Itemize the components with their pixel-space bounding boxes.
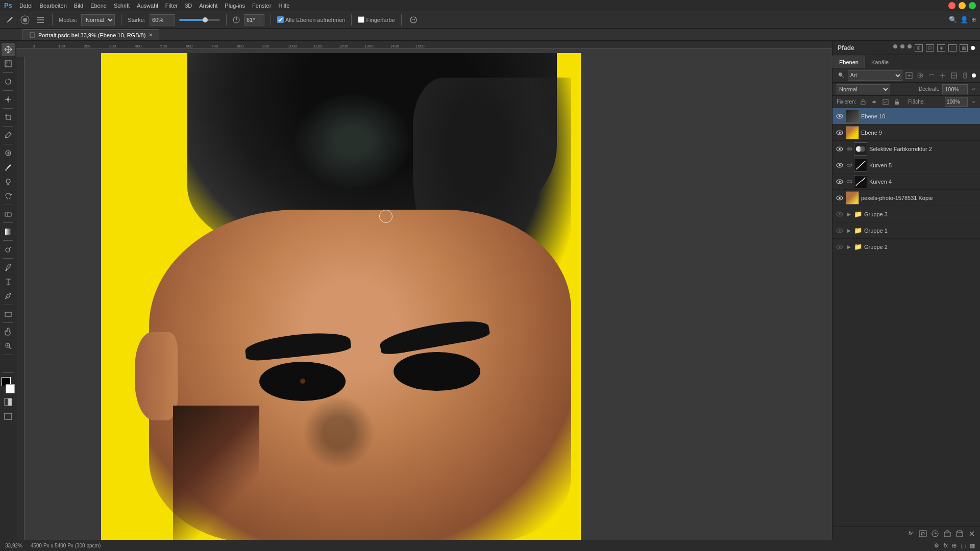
lock-pixels-icon[interactable] [859,98,867,106]
background-color[interactable] [6,384,15,393]
lock-all-icon[interactable] [893,98,901,106]
layer-item-gruppe-3[interactable]: ▶ 📁 Gruppe 3 [832,206,980,222]
fx-button[interactable]: fx [905,529,916,539]
layer-item-selektive-farbkorrektur-2[interactable]: Selektive Farbkorrektur 2 [832,141,980,157]
zoom-tool[interactable] [2,339,15,353]
gruppe-1-chevron[interactable]: ▶ [846,228,852,234]
path-icon-6[interactable]: ◈ [937,44,945,52]
text-tool[interactable] [2,275,15,288]
document-tab[interactable]: Portrait.psdc bei 33,9% (Ebene 10, RGB/8… [22,29,159,40]
add-mask-button[interactable] [918,529,928,539]
opacity-chevron[interactable] [971,87,976,92]
lasso-tool[interactable] [2,75,15,88]
layer-vis-g2[interactable] [836,243,844,251]
menu-filter[interactable]: Filter [165,3,178,9]
path-icon-8[interactable]: ▦ [960,44,968,52]
layer-item-gruppe-2[interactable]: ▶ 📁 Gruppe 2 [832,239,980,255]
menu-datei[interactable]: Datei [19,3,33,9]
lt-icon-3[interactable] [927,71,936,80]
group-button[interactable] [942,529,952,539]
user-icon[interactable]: 👤 [960,16,968,23]
lt-icon-2[interactable] [916,71,925,80]
window-minimize-btn[interactable] [959,2,966,9]
modus-select[interactable]: Normal [81,14,115,26]
menu-ebene[interactable]: Ebene [90,3,107,9]
clone-stamp-tool[interactable] [2,175,15,188]
smudge-settings-icon[interactable] [408,14,419,26]
status-icon-1[interactable]: ⚙ [934,542,939,549]
path-icon-4[interactable]: ⊞ [915,44,923,52]
brush-size-preview[interactable] [19,14,31,26]
layer-vis-g1[interactable] [836,227,844,235]
fingerfarbe-checkbox[interactable] [358,16,364,23]
color-picker[interactable] [2,377,15,393]
adjustment-button[interactable] [930,529,940,539]
status-icon-2[interactable]: fx [943,542,948,549]
alle-ebenen-label[interactable]: Alle Ebenen aufnehmen [277,16,345,23]
lock-position-icon[interactable] [870,98,878,106]
menu-3d[interactable]: 3D [185,3,192,9]
hand-tool[interactable] [2,325,15,338]
gradient-tool[interactable] [2,225,15,238]
kanaele-tab[interactable]: Kanäle [865,56,895,68]
layer-vis-k5[interactable] [836,161,844,169]
move-tool[interactable] [2,43,15,56]
layer-item-kurven-5[interactable]: Kurven 5 [832,157,980,173]
canvas-document[interactable] [101,53,581,540]
pen-tool[interactable] [2,261,15,274]
new-layer-button[interactable] [954,529,965,539]
layer-list[interactable]: Ebene 10 Ebene 9 [832,108,980,527]
arrange-icon[interactable]: ⊞ [971,16,976,23]
opacity-input[interactable] [942,84,968,94]
menu-ansicht[interactable]: Ansicht [199,3,217,9]
fill-input[interactable] [945,97,968,107]
eraser-tool[interactable] [2,207,15,220]
menu-bearbeiten[interactable]: Bearbeiten [40,3,67,9]
lt-icon-5[interactable] [949,71,959,80]
eyedropper-tool[interactable] [2,129,15,142]
menu-bild[interactable]: Bild [74,3,83,9]
menu-plugins[interactable]: Plug-ins [225,3,245,9]
layer-item-gruppe-1[interactable]: ▶ 📁 Gruppe 1 [832,222,980,239]
canvas-viewport[interactable] [24,49,832,540]
layer-item-ebene-10[interactable]: Ebene 10 [832,108,980,124]
lt-icon-4[interactable] [938,71,947,80]
quick-mask-toggle[interactable] [2,395,15,409]
brush-tool[interactable] [2,161,15,174]
healing-brush-tool[interactable] [2,146,15,160]
magic-wand-tool[interactable] [2,93,15,106]
blend-mode-select[interactable]: Normal [837,84,890,94]
extra-tools[interactable]: ··· [2,357,15,370]
path-icon-2[interactable] [900,44,904,48]
layer-vis-g3[interactable] [836,210,844,218]
ebenen-tab[interactable]: Ebenen [832,56,865,68]
lt-icon-1[interactable] [904,71,914,80]
alle-ebenen-checkbox[interactable] [277,16,284,23]
screen-mode-btn[interactable] [2,410,15,423]
layer-item-pexels[interactable]: pexels-photo-1578531 Kopie [832,190,980,206]
path-icon-3[interactable] [908,44,912,48]
layer-vis-k4[interactable] [836,178,844,186]
gruppe-3-chevron[interactable]: ▶ [846,211,852,217]
lock-artboard-icon[interactable] [881,98,890,106]
layer-item-ebene-9[interactable]: Ebene 9 [832,124,980,141]
dodge-tool[interactable] [2,243,15,256]
brush-settings-icon[interactable] [35,14,46,26]
staerke-slider[interactable] [179,19,220,21]
layer-vis-pexels[interactable] [836,194,844,202]
window-close-btn[interactable] [948,2,955,9]
layer-vis-ebene-10[interactable] [836,112,844,120]
menu-schrift[interactable]: Schrift [114,3,130,9]
gruppe-2-chevron[interactable]: ▶ [846,244,852,250]
path-icon-7[interactable]: ⬚ [948,44,957,52]
layer-vis-sek2[interactable] [836,145,844,153]
menu-hilfe[interactable]: Hilfe [278,3,289,9]
menu-fenster[interactable]: Fenster [252,3,271,9]
path-selection-tool[interactable] [2,289,15,303]
status-icon-3[interactable]: ⊞ [952,542,957,549]
path-icon-1[interactable] [893,44,897,48]
shape-tool[interactable] [2,307,15,320]
status-icon-5[interactable]: ▦ [970,542,975,549]
artboard-tool[interactable] [2,57,15,70]
path-icon-5[interactable]: ⊟ [926,44,934,52]
